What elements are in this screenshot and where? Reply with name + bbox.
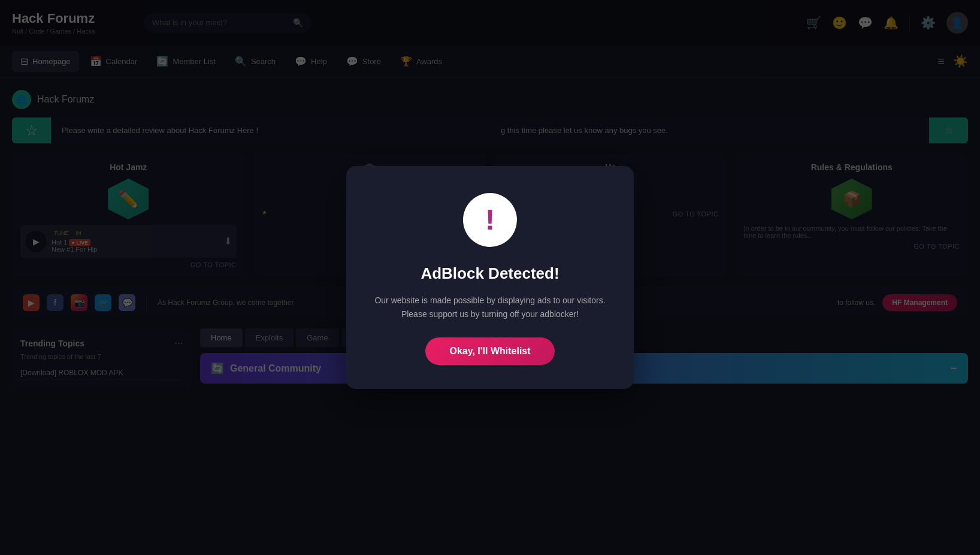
modal-title: AdBlock Detected! (373, 264, 607, 283)
modal-icon-circle: ! (460, 190, 520, 250)
whitelist-button[interactable]: Okay, I'll Whitelist (425, 337, 554, 365)
adblock-modal: ! AdBlock Detected! Our website is made … (346, 166, 634, 389)
exclamation-icon: ! (485, 206, 495, 234)
adblock-overlay: ! AdBlock Detected! Our website is made … (0, 0, 980, 555)
modal-description: Our website is made possible by displayi… (373, 294, 607, 321)
